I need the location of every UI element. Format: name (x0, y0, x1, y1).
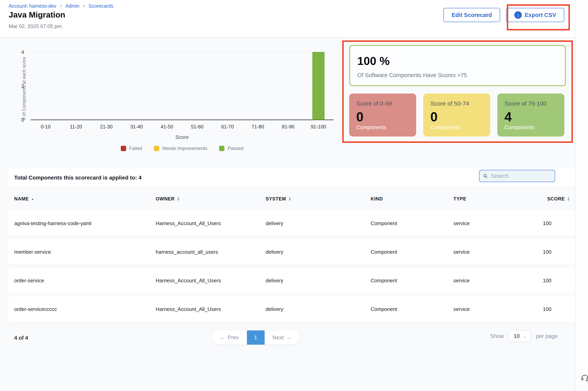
next-page-button[interactable]: Next → (265, 330, 300, 345)
bar-slot (121, 52, 152, 120)
bar-columns (31, 52, 334, 120)
page-date: Mar 02, 2025 07:05 pm (9, 23, 62, 29)
table-row[interactable]: order-service Harness_Account_All_Users … (8, 268, 580, 293)
bar-slot (31, 52, 61, 120)
x-tick-label: 21-30 (91, 124, 122, 130)
right-edge-strip (575, 0, 588, 391)
legend-item-passed[interactable]: Passed (219, 146, 243, 151)
page-size-value: 10 (514, 333, 520, 339)
bar-slot (182, 52, 212, 120)
bar-slot (152, 52, 182, 120)
cell-name: member-service (8, 249, 156, 255)
column-header-owner[interactable]: OWNER ▲▼ (156, 196, 266, 202)
right-edge-divider (575, 0, 575, 391)
legend-item-needs-improvements[interactable]: Needs Improvements (154, 146, 207, 151)
edit-scorecard-label: Edit Scorecard (452, 12, 492, 18)
score-card-title: Score of 75-100 (505, 100, 557, 107)
page-size-select[interactable]: 10 ⌄ (508, 330, 531, 342)
cell-type: service (454, 220, 535, 226)
needs-improvements-swatch-icon (154, 146, 159, 151)
cell-kind: Component (371, 249, 454, 255)
prev-page-button[interactable]: ← Prev (212, 330, 247, 345)
breadcrumb-admin-link[interactable]: Admin (65, 3, 79, 9)
column-label: OWNER (156, 196, 175, 202)
header-actions: Edit Scorecard ↓ Export CSV (443, 8, 564, 22)
breadcrumb: Account: harness-dev > Admin > Scorecard… (9, 3, 113, 9)
chevron-right-icon: > (83, 3, 85, 9)
search-input[interactable] (491, 173, 551, 179)
cell-type: service (454, 306, 535, 312)
score-card-label: Components (430, 124, 460, 131)
download-icon: ↓ (514, 11, 522, 19)
score-card-75-100: Score of 75-100 4 Components (497, 94, 564, 136)
cell-score: 100 (535, 220, 580, 226)
percentage-value: 100 % (357, 54, 390, 68)
x-tick-label: 41-50 (152, 124, 182, 130)
score-card-value: 0 (356, 109, 364, 124)
page-size-control: Show 10 ⌄ per page (490, 330, 558, 342)
total-components-label: Total Components this scorecard is appli… (14, 175, 142, 181)
export-csv-button[interactable]: ↓ Export CSV (506, 8, 564, 22)
legend-label: Passed (228, 146, 243, 151)
cell-type: service (454, 249, 535, 255)
score-card-50-74: Score of 50-74 0 Components (423, 94, 490, 136)
column-header-system[interactable]: SYSTEM ▲▼ (266, 196, 371, 202)
cell-score: 100 (535, 249, 580, 255)
page-header: Account: harness-dev > Admin > Scorecard… (0, 0, 588, 37)
sort-both-icon: ▲▼ (288, 197, 291, 201)
score-card-value: 4 (505, 109, 512, 124)
chart-x-axis-title: Score (31, 134, 334, 140)
column-header-score[interactable]: SCORE ▲▼ (535, 196, 580, 202)
percentage-subtitle: Of Software Components Have Scores >75 (357, 72, 467, 79)
breadcrumb-account-link[interactable]: Account: harness-dev (9, 3, 56, 9)
bar-slot (273, 52, 303, 120)
bar-slot (212, 52, 243, 120)
pager: ← Prev 1 Next → (212, 330, 300, 345)
cell-kind: Component (371, 306, 454, 312)
y-tick-4: 4 (16, 49, 24, 55)
score-card-label: Components (505, 124, 535, 131)
next-label: Next (272, 334, 284, 341)
score-card-0-49: Score of 0-49 0 Components (349, 94, 416, 136)
arrow-left-icon: ← (220, 334, 225, 341)
cell-kind: Component (371, 278, 454, 284)
legend-label: Failed (129, 146, 142, 151)
table-row[interactable]: agniva-testing-harness-code-yaml Harness… (8, 211, 580, 236)
scorecard-details-page: Account: harness-dev > Admin > Scorecard… (0, 0, 588, 391)
cell-owner: Harness_Account_All_Users (156, 278, 266, 284)
sort-both-icon: ▲▼ (567, 197, 570, 201)
page-number-1[interactable]: 1 (247, 330, 265, 345)
cell-owner: Harness_Account_All_Users (156, 220, 266, 226)
column-label: KIND (371, 196, 383, 202)
cell-system: delivery (266, 220, 371, 226)
table-row[interactable]: member-service harness_account_all_users… (8, 239, 580, 265)
cell-owner: harness_account_all_users (156, 249, 266, 255)
column-label: NAME (14, 196, 29, 202)
column-header-name[interactable]: NAME ▲ (8, 196, 156, 202)
failed-swatch-icon (121, 146, 126, 151)
bar-slot (61, 52, 91, 120)
column-header-type: TYPE (454, 196, 535, 202)
x-tick-label: 31-40 (121, 124, 152, 130)
y-tick-0: 0 (16, 117, 24, 123)
legend-label: Needs Improvements (162, 146, 207, 151)
support-headset-icon[interactable] (581, 373, 588, 383)
score-card-value: 0 (430, 109, 438, 124)
y-tick-2: 2 (16, 83, 24, 89)
passed-swatch-icon (219, 146, 224, 151)
cell-name: order-service (8, 278, 156, 284)
x-tick-label: 51-60 (182, 124, 212, 130)
prev-label: Prev (228, 334, 239, 341)
column-label: TYPE (454, 196, 466, 202)
column-header-kind: KIND (371, 196, 454, 202)
score-distribution-chart: # of Components at each score 4 2 0 0-10 (0, 41, 339, 160)
cell-score: 100 (535, 278, 580, 284)
chart-legend: Failed Needs Improvements Passed (31, 146, 334, 151)
cell-name: order-serviceccccc (8, 306, 156, 312)
breadcrumb-scorecards-link[interactable]: Scorecards (88, 3, 113, 9)
page-title: Java Migration (9, 10, 65, 19)
legend-item-failed[interactable]: Failed (121, 146, 142, 151)
x-tick-label: 71-80 (243, 124, 273, 130)
table-row[interactable]: order-serviceccccc Harness_Account_All_U… (8, 296, 580, 322)
edit-scorecard-button[interactable]: Edit Scorecard (443, 8, 500, 22)
